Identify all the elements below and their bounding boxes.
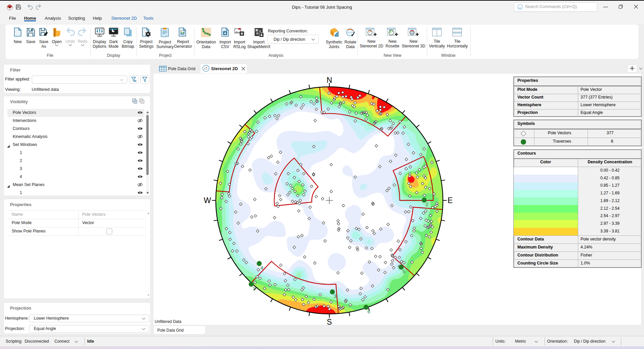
svg-text:4: 4 bbox=[261, 265, 263, 271]
svg-text:1: 1 bbox=[253, 286, 255, 291]
svg-text:2: 2 bbox=[426, 201, 428, 207]
svg-text:3: 3 bbox=[334, 293, 336, 299]
svg-text:W: W bbox=[204, 196, 211, 205]
svg-text:5: 5 bbox=[402, 269, 405, 274]
svg-text:N: N bbox=[327, 76, 332, 84]
svg-text:E: E bbox=[448, 196, 453, 205]
svg-text:6: 6 bbox=[367, 309, 370, 314]
svg-text:S: S bbox=[327, 318, 332, 325]
